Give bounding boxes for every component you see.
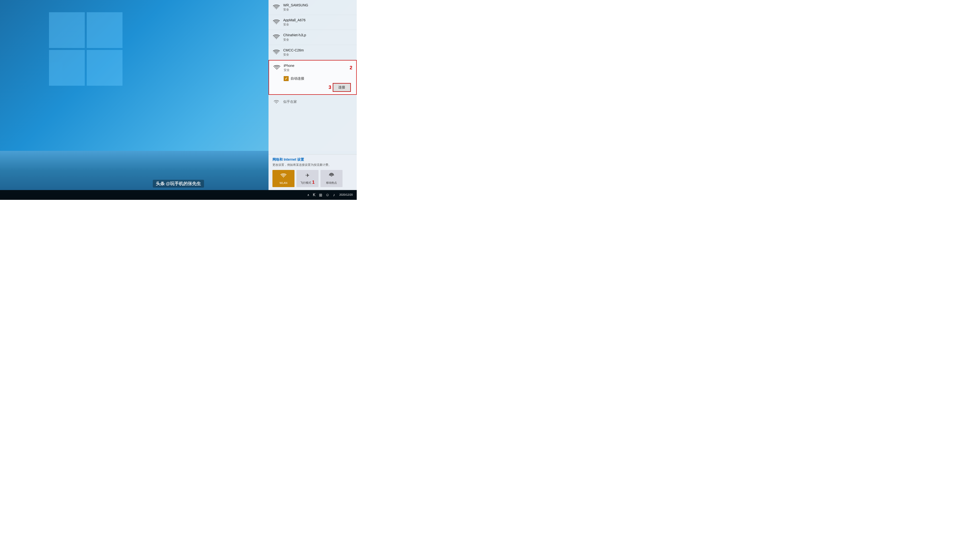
wifi-item-chinanet[interactable]: ChinaNet-hJLp 安全 bbox=[269, 30, 357, 45]
wifi-signal-icon bbox=[272, 18, 280, 26]
wifi-security-cmcc: 安全 bbox=[283, 52, 353, 57]
wifi-name-chinanet: ChinaNet-hJLp bbox=[283, 33, 353, 37]
svg-point-5 bbox=[276, 103, 277, 103]
tray-expand-chevron[interactable]: ∧ bbox=[306, 192, 311, 198]
checkmark-icon: ✓ bbox=[285, 77, 288, 81]
network-settings-link[interactable]: 网络和 Internet 设置 bbox=[272, 157, 353, 162]
wifi-signal-icon bbox=[272, 3, 280, 11]
wifi-name-iphone: iPhone bbox=[284, 64, 348, 68]
windows-logo bbox=[49, 12, 123, 86]
wifi-item-cmcc[interactable]: CMCC-C26m 安全 bbox=[269, 45, 357, 60]
watermark: 头条 @玩手机的张先生 bbox=[153, 180, 204, 187]
wifi-name-samsung: WR_SAMSUNG bbox=[283, 3, 353, 7]
auto-connect-label: 自动连接 bbox=[291, 76, 304, 81]
auto-connect-row: ✓ 自动连接 bbox=[284, 76, 352, 81]
connect-row: 3 连接 bbox=[284, 84, 352, 91]
wifi-security-appmall: 安全 bbox=[283, 22, 353, 27]
wifi-name-cmcc: CMCC-C26m bbox=[283, 48, 353, 52]
wifi-iphone-header: iPhone 安全 2 bbox=[269, 60, 356, 75]
svg-point-0 bbox=[276, 8, 277, 9]
hotspot-quick-action[interactable]: 移动热点 bbox=[320, 170, 342, 187]
wifi-item-samsung[interactable]: WR_SAMSUNG 安全 bbox=[269, 0, 357, 15]
settings-description: 更改设置，例如将某连接设置为按流量计费。 bbox=[272, 163, 353, 167]
wifi-info-cmcc: CMCC-C26m 安全 bbox=[283, 48, 353, 57]
wlan-label: WLAN bbox=[280, 181, 287, 184]
auto-connect-checkbox[interactable]: ✓ bbox=[284, 76, 289, 81]
wifi-panel: WR_SAMSUNG 安全 AppMall_A676 安全 bbox=[269, 0, 357, 190]
wifi-security-samsung: 安全 bbox=[283, 8, 353, 12]
airplane-icon: ✈ bbox=[305, 172, 310, 178]
desktop: 头条 @玩手机的张先生 WR_SAMSUNG 安全 bbox=[0, 0, 357, 200]
wifi-name-appmall: AppMall_A676 bbox=[283, 18, 353, 22]
wifi-security-iphone: 安全 bbox=[284, 68, 348, 72]
tray-icon-windows[interactable]: ⊞ bbox=[318, 192, 324, 198]
wifi-signal-icon bbox=[272, 49, 280, 56]
connect-badge-3: 3 bbox=[329, 84, 331, 90]
iphone-badge-2: 2 bbox=[350, 65, 352, 70]
taskbar: ∧ K ⊞ ☺ ♪ 2020/12/20 bbox=[0, 190, 357, 200]
wifi-info-samsung: WR_SAMSUNG 安全 bbox=[283, 3, 353, 12]
wifi-item-partial[interactable]: 似乎在家 bbox=[269, 95, 357, 108]
wifi-security-chinanet: 安全 bbox=[283, 38, 353, 42]
taskbar-datetime[interactable]: 2020/12/20 bbox=[337, 192, 355, 197]
taskbar-right: ∧ K ⊞ ☺ ♪ 2020/12/20 bbox=[306, 192, 357, 198]
wlan-quick-action[interactable]: WLAN bbox=[272, 170, 294, 187]
airplane-quick-action[interactable]: ✈ 飞行模式1 bbox=[296, 170, 318, 187]
connect-button[interactable]: 连接 bbox=[333, 84, 350, 91]
hotspot-icon bbox=[329, 172, 334, 179]
wifi-info-iphone: iPhone 安全 bbox=[284, 64, 348, 72]
quick-actions-bar: WLAN ✈ 飞行模式1 bbox=[272, 170, 353, 187]
svg-point-2 bbox=[276, 38, 277, 40]
wifi-item-iphone[interactable]: iPhone 安全 2 ✓ 自动连接 3 连接 bbox=[269, 60, 357, 95]
tray-icon-user[interactable]: ☺ bbox=[324, 192, 331, 198]
tray-icon-sound[interactable]: ♪ bbox=[331, 192, 336, 198]
wifi-network-list: WR_SAMSUNG 安全 AppMall_A676 安全 bbox=[269, 0, 357, 154]
tray-icon-k[interactable]: K bbox=[312, 192, 317, 198]
svg-point-6 bbox=[283, 176, 284, 177]
wifi-name-partial: 似乎在家 bbox=[283, 99, 353, 104]
system-tray: ∧ K ⊞ ☺ ♪ bbox=[306, 192, 336, 198]
wifi-icon bbox=[280, 173, 286, 180]
svg-point-4 bbox=[276, 69, 277, 70]
wifi-item-appmall[interactable]: AppMall_A676 安全 bbox=[269, 15, 357, 30]
hotspot-label: 移动热点 bbox=[326, 181, 337, 185]
wifi-signal-icon bbox=[272, 33, 280, 41]
wifi-bottom-section: 网络和 Internet 设置 更改设置，例如将某连接设置为按流量计费。 WLA… bbox=[269, 154, 357, 190]
svg-point-7 bbox=[331, 175, 332, 176]
wifi-expand-options: ✓ 自动连接 3 连接 bbox=[269, 75, 356, 94]
svg-point-1 bbox=[276, 23, 277, 24]
airplane-label: 飞行模式1 bbox=[301, 180, 315, 185]
wifi-signal-icon-iphone bbox=[273, 64, 281, 72]
wifi-info-appmall: AppMall_A676 安全 bbox=[283, 18, 353, 27]
wifi-info-chinanet: ChinaNet-hJLp 安全 bbox=[283, 33, 353, 41]
wifi-signal-icon-partial bbox=[272, 98, 280, 106]
svg-point-3 bbox=[276, 53, 277, 54]
wifi-info-partial: 似乎在家 bbox=[283, 99, 353, 104]
